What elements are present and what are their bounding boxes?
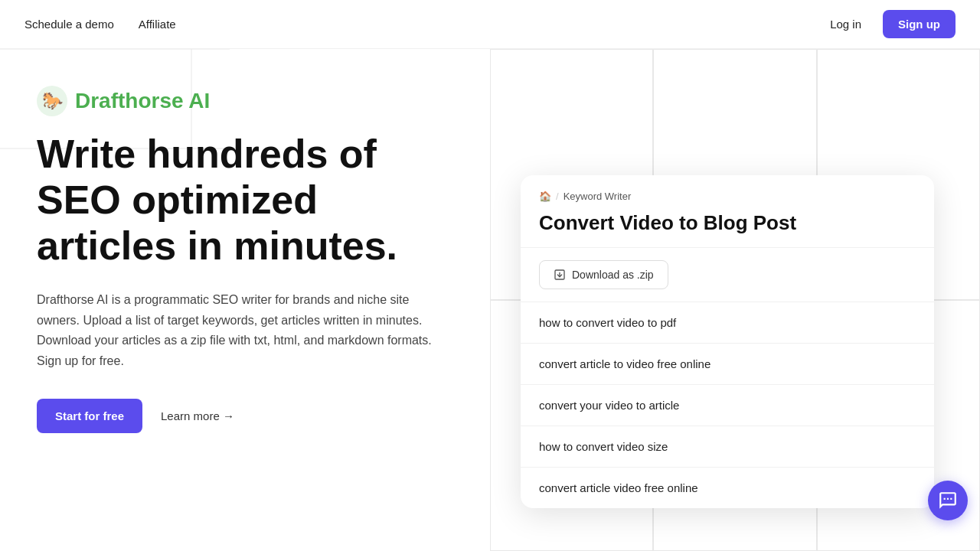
card-toolbar: Download as .zip (521, 248, 934, 302)
brand-row: 🐎 Drafthorse AI (37, 86, 453, 116)
keyword-item[interactable]: how to convert video to pdf (521, 302, 934, 344)
navbar-right: Log in Sign up (821, 10, 956, 38)
card-title: Convert Video to Blog Post (539, 211, 916, 235)
keyword-writer-card: 🏠 / Keyword Writer Convert Video to Blog… (521, 175, 934, 508)
keyword-item[interactable]: convert article video free online (521, 468, 934, 508)
breadcrumb-page: Keyword Writer (564, 191, 632, 202)
brand-icon: 🐎 (37, 86, 67, 116)
login-button[interactable]: Log in (821, 11, 871, 37)
download-zip-label: Download as .zip (572, 269, 654, 281)
main-content: 🐎 Drafthorse AI Write hundreds of SEO op… (0, 49, 980, 551)
svg-rect-10 (950, 498, 952, 500)
keyword-list: how to convert video to pdf convert arti… (521, 302, 934, 508)
start-free-button[interactable]: Start for free (37, 399, 142, 433)
left-panel: 🐎 Drafthorse AI Write hundreds of SEO op… (0, 49, 490, 551)
svg-rect-9 (947, 498, 949, 500)
hero-title: Write hundreds of SEO optimized articles… (37, 132, 453, 269)
hero-title-text: Write hundreds of SEO optimized articles… (37, 132, 397, 268)
brand-name: Drafthorse AI (75, 89, 210, 113)
learn-more-link[interactable]: Learn more → (161, 409, 234, 422)
signup-button[interactable]: Sign up (883, 10, 956, 38)
right-panel: 🏠 / Keyword Writer Convert Video to Blog… (490, 49, 980, 551)
breadcrumb-home-icon: 🏠 (539, 191, 551, 202)
download-zip-button[interactable]: Download as .zip (539, 260, 668, 289)
keyword-item[interactable]: how to convert video size (521, 426, 934, 468)
keyword-item[interactable]: convert article to video free online (521, 344, 934, 385)
svg-rect-8 (944, 498, 946, 500)
cta-row: Start for free Learn more → (37, 399, 453, 433)
chat-icon (938, 491, 958, 510)
navbar: Schedule a demo Affiliate Log in Sign up (0, 0, 980, 49)
keyword-item[interactable]: convert your video to article (521, 385, 934, 426)
card-header: 🏠 / Keyword Writer Convert Video to Blog… (521, 175, 934, 248)
schedule-demo-link[interactable]: Schedule a demo (24, 18, 114, 31)
breadcrumb-separator: / (556, 191, 559, 202)
affiliate-link[interactable]: Affiliate (139, 18, 176, 31)
download-icon (554, 269, 566, 281)
navbar-left: Schedule a demo Affiliate (24, 18, 176, 31)
breadcrumb: 🏠 / Keyword Writer (539, 191, 916, 202)
chat-bubble-button[interactable] (928, 481, 968, 520)
hero-description: Drafthorse AI is a programmatic SEO writ… (37, 290, 453, 371)
